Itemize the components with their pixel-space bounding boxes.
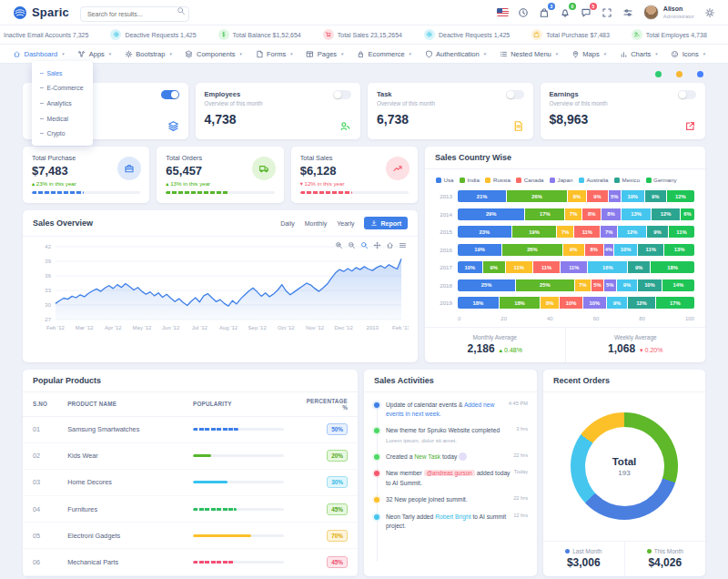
nav-label: Dashboard	[25, 50, 58, 58]
activity-time: 22 hrs	[513, 495, 528, 504]
zoom-in-icon[interactable]	[335, 241, 343, 249]
reset-zoom-icon[interactable]	[386, 241, 394, 249]
lock-icon	[357, 50, 365, 58]
legend-item-mexico: Mexico	[614, 177, 640, 183]
toggle-switch[interactable]	[678, 90, 696, 99]
bar-segment: 9%	[617, 279, 638, 291]
home-icon	[13, 50, 21, 58]
nav-item-dashboard[interactable]: Dashboard▾	[13, 50, 64, 58]
messages-icon[interactable]: 5	[581, 6, 592, 18]
dropdown-item-medical[interactable]: Medical	[32, 111, 93, 127]
dropdown-item-crypto[interactable]: Crypto	[32, 126, 93, 141]
weekly-average-label: Weekly Average	[566, 334, 706, 340]
user-menu[interactable]: AlisonAdministrator	[643, 5, 694, 20]
tab-monthly[interactable]: Monthly	[305, 220, 328, 227]
dropdown-item-sales[interactable]: Sales	[32, 66, 93, 81]
activity-subtext: Lorem ipsum, dolor sit amet.	[386, 436, 512, 444]
search-icon[interactable]	[177, 6, 186, 15]
recent-orders-card: Recent Orders Total 193 Last Month$3,006…	[543, 370, 705, 576]
toggle-switch[interactable]	[333, 90, 351, 99]
cart-icon[interactable]: 3	[539, 6, 551, 18]
external-icon	[684, 120, 696, 132]
country-bar-row: 201918%18%8%10%10%9%12%17%	[436, 297, 694, 309]
notifications-badge: 0	[569, 3, 576, 10]
stacked-bar: 19%26%9%8%4%10%11%13%	[458, 244, 694, 256]
report-button[interactable]: Report	[364, 217, 408, 229]
nav-label: Forms	[267, 50, 286, 58]
nav-item-icons[interactable]: Icons▾	[671, 50, 704, 58]
bar-segment: 18%	[458, 297, 499, 309]
sales-country-bars: 201321%26%8%9%5%10%9%12%201429%17%7%8%8%…	[425, 188, 705, 315]
year-label: 2018	[436, 282, 452, 289]
year-label: 2014	[436, 211, 452, 218]
chart-menu-icon[interactable]	[399, 241, 407, 249]
grid-icon	[306, 50, 314, 58]
chevron-down-icon: ▾	[483, 51, 486, 56]
main-content: EmployeesOverview of this month4,738Task…	[0, 64, 728, 579]
bar-segment: 8%	[582, 208, 601, 220]
selection-zoom-icon[interactable]	[360, 241, 369, 249]
nodes-icon	[77, 50, 86, 58]
monthly-average-value: 2,186	[468, 342, 495, 355]
ticker-item: Total Balance $1,52,654	[218, 29, 301, 40]
nav-item-components[interactable]: Components▾	[185, 50, 241, 58]
nav-label: Authentication	[436, 50, 480, 58]
nav-item-nested-menu[interactable]: Nested Menu▾	[500, 50, 558, 58]
popular-products-title: Popular Products	[33, 376, 101, 385]
popularity-bar	[193, 561, 284, 564]
stat-delta: ▾ 12% in this year	[300, 180, 409, 187]
country-bar-row: 201523%19%7%11%7%12%9%11%	[436, 226, 694, 238]
bar-segment: 29%	[458, 208, 524, 220]
nav-item-pages[interactable]: Pages▾	[306, 50, 343, 58]
tab-daily[interactable]: Daily	[280, 220, 295, 227]
user-name: Alison	[663, 5, 694, 13]
toggle-switch[interactable]	[161, 90, 179, 99]
tab-yearly[interactable]: Yearly	[337, 220, 354, 227]
language-flag-icon[interactable]	[497, 8, 509, 16]
sliders-icon[interactable]	[622, 6, 634, 18]
svg-text:33: 33	[45, 288, 51, 293]
pan-icon[interactable]	[373, 241, 381, 249]
notifications-icon[interactable]: 0	[560, 6, 571, 18]
donut-center-value: 193	[618, 469, 630, 477]
legend-item-australia: Australia	[579, 177, 609, 183]
ticker-item: Total Employes 4,738	[632, 29, 707, 40]
nav-item-bootstrap[interactable]: Bootstrap▾	[125, 50, 172, 58]
chevron-down-icon: ▾	[169, 51, 172, 56]
search-input[interactable]	[80, 6, 189, 22]
nav-item-maps[interactable]: Maps▾	[571, 50, 606, 58]
nav-item-authentication[interactable]: Authentication▾	[425, 50, 486, 58]
ticker-label: Total Balance $1,52,654	[233, 32, 301, 38]
nav-item-ecommerce[interactable]: Ecommerce▾	[357, 50, 411, 58]
settings-gear-icon[interactable]	[703, 6, 715, 18]
nav-label: Apps	[89, 50, 105, 58]
activity-text: Neon Tarly added Robert Bright to AI sum…	[386, 513, 510, 531]
nav-item-apps[interactable]: Apps▾	[77, 50, 111, 58]
overview-card-earnings: EarningsOverview of this month$8,963	[541, 83, 706, 139]
bag-icon	[531, 29, 542, 40]
popular-products-card: Popular Products S.NOPRODUCT NAMEPOPULAR…	[23, 370, 358, 576]
bar-segment: 19%	[458, 244, 501, 256]
gear-icon	[125, 50, 133, 58]
fullscreen-icon[interactable]	[602, 6, 613, 18]
app-logo[interactable]: Sparic	[13, 5, 69, 20]
toggle-switch[interactable]	[506, 90, 524, 99]
page-color-dots	[23, 70, 703, 78]
country-bar-row: 201321%26%8%9%5%10%9%12%	[436, 190, 694, 202]
ticker-item: Deactive Requests 1,425	[110, 29, 196, 40]
zoom-out-icon[interactable]	[348, 241, 356, 249]
dropdown-item-e-commerce[interactable]: E-Commerce	[32, 81, 93, 96]
dropdown-item-analytics[interactable]: Analytics	[32, 96, 93, 111]
sales-country-title: Sales Country Wise	[435, 153, 511, 162]
activity-time: Today	[514, 469, 528, 487]
axis-tick: 40	[547, 316, 553, 321]
bar-segment: 7%	[601, 226, 617, 238]
clock-icon[interactable]	[518, 6, 530, 18]
popularity-bar	[193, 534, 284, 537]
recent-orders-legend-cell: This Month$4,026	[625, 542, 706, 576]
activity-time: 12 hrs	[513, 513, 528, 531]
nav-item-charts[interactable]: Charts▾	[620, 50, 658, 58]
nav-item-forms[interactable]: Forms▾	[256, 50, 293, 58]
avatar	[643, 5, 659, 20]
recent-orders-title: Recent Orders	[553, 376, 610, 385]
